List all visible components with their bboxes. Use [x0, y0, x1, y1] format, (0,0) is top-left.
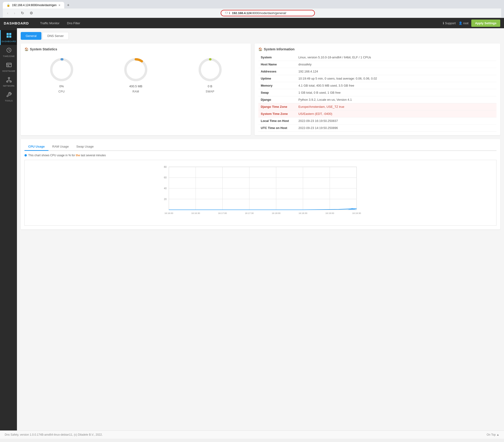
table-row: DjangoPython 3.9.2, Locale en-us, Versio… — [258, 96, 496, 103]
active-tab[interactable]: 🔒 192.168.4.124:8000/node/dash/gen × — [3, 2, 64, 8]
sidebar-item-network[interactable]: NETWORK — [0, 74, 17, 90]
brand-logo: DASHBOARD — [4, 21, 29, 25]
usage-tab-cpu[interactable]: CPU Usage — [24, 143, 49, 151]
system-information-card: 🏠 System Information SystemLinux, versio… — [254, 44, 500, 135]
sidebar-label-network: NETWORK — [3, 85, 15, 87]
topbar-right: ℹ Support 👤 root Apply Settings — [443, 19, 500, 27]
sidebar-label-tools: TOOLS — [5, 100, 13, 102]
back-button[interactable]: ‹ — [6, 11, 10, 16]
svg-rect-13 — [10, 81, 11, 82]
info-key: UTC Time on Host — [258, 125, 296, 131]
tools-icon — [6, 92, 12, 99]
user-button[interactable]: 👤 root — [459, 21, 468, 25]
hostname-icon — [6, 62, 12, 69]
topbar: DASHBOARD Traffic Monitor Dns Filter ℹ S… — [0, 18, 504, 28]
topbar-nav-traffic[interactable]: Traffic Monitor — [36, 18, 63, 28]
new-tab-button[interactable]: + — [65, 3, 72, 8]
ram-donut-svg — [123, 57, 149, 83]
network-icon — [6, 77, 12, 84]
table-row: Django Time ZoneEurope/Amsterdam, USE_TZ… — [258, 103, 496, 110]
usage-tab-ram[interactable]: RAM Usage — [49, 143, 72, 151]
info-key: System Time Zone — [258, 110, 296, 117]
arrow-up-icon: ▲ — [496, 433, 499, 436]
svg-rect-7 — [7, 63, 11, 67]
table-row: Swap1 GB total, 0 B used, 1 GB free — [258, 89, 496, 96]
usage-tab-swap[interactable]: Swap Usage — [72, 143, 97, 151]
info-key: Django Time Zone — [258, 103, 296, 110]
sidebar-item-dashboard[interactable]: DASHBOARD — [0, 30, 17, 45]
ram-label: RAM — [132, 90, 139, 93]
sidebar-item-tools[interactable]: TOOLS — [0, 90, 17, 104]
svg-text:16:19:00: 16:19:00 — [325, 212, 334, 214]
svg-text:20: 20 — [164, 198, 167, 201]
sidebar-label-timezone: TIMEZONE — [3, 55, 15, 57]
sidebar: DASHBOARD TIMEZONE HOSTNAME NETWORK — [0, 28, 17, 430]
info-card-title: 🏠 System Information — [258, 47, 496, 51]
info-value: 4.1 GB total, 400.5 MB used, 3.5 GB free — [296, 82, 496, 89]
info-key: Django — [258, 96, 296, 103]
table-row: System Time ZoneUS/Eastern (EDT, -0400) — [258, 110, 496, 117]
sidebar-label-hostname: HOSTNAME — [2, 70, 15, 72]
topbar-nav-dns[interactable]: Dns Filter — [63, 18, 84, 28]
info-value: 1 GB total, 0 B used, 1 GB free — [296, 89, 496, 96]
svg-text:16:17:00: 16:17:00 — [218, 212, 227, 214]
support-button[interactable]: ℹ Support — [443, 21, 456, 25]
house-icon-2: 🏠 — [258, 47, 262, 51]
svg-line-16 — [9, 80, 11, 81]
svg-text:60: 60 — [164, 176, 167, 179]
tab-bar: 🔒 192.168.4.124:8000/node/dash/gen × + — [3, 2, 501, 8]
tab-close-button[interactable]: × — [59, 3, 60, 7]
dashboard-icon — [6, 33, 12, 39]
chart-dot — [24, 154, 27, 157]
system-info-table: SystemLinux, version 5.10.0-18-amd64 / 6… — [258, 54, 496, 131]
info-value: 2022-09-23 16:19:50.250837 — [296, 117, 496, 125]
svg-rect-3 — [9, 36, 11, 38]
info-value: 192.168.4.124 — [296, 68, 496, 75]
svg-text:16:16:00: 16:16:00 — [164, 212, 173, 214]
topbar-nav: Traffic Monitor Dns Filter — [36, 18, 84, 28]
info-value: Europe/Amsterdam, USE_TZ true — [296, 103, 496, 110]
swap-donut-svg — [197, 57, 223, 83]
svg-text:16:17:30: 16:17:30 — [245, 212, 254, 214]
cards-row: 🏠 System Statistics 0% CPU — [21, 44, 500, 135]
svg-rect-1 — [9, 33, 11, 35]
usage-tabs: CPU Usage RAM Usage Swap Usage — [24, 143, 496, 151]
house-icon: 🏠 — [24, 47, 28, 51]
tab-dns-server[interactable]: DNS Server — [42, 32, 69, 40]
browser-chrome: 🔒 192.168.4.124:8000/node/dash/gen × + ‹… — [0, 0, 504, 18]
address-bar[interactable]: 🛡 ℹ 192.168.4.124:8000/node/dash/general… — [221, 10, 315, 16]
tab-general[interactable]: General — [21, 32, 41, 40]
table-row: SystemLinux, version 5.10.0-18-amd64 / 6… — [258, 54, 496, 61]
table-row: Memory4.1 GB total, 400.5 MB used, 3.5 G… — [258, 82, 496, 89]
table-row: Addresses192.168.4.124 — [258, 68, 496, 75]
cpu-gauge: 0% CPU — [49, 57, 74, 93]
tab-favicon: 🔒 — [7, 3, 10, 7]
url-display: 192.168.4.124:8000/node/dash/general/ — [232, 11, 286, 15]
footer-text: Dns Safety, version 1.0.0.174B-amd64-lin… — [5, 433, 103, 436]
info-value: Python 3.9.2, Locale en-us, Version 4.1 — [296, 96, 496, 103]
info-key: Local Time on Host — [258, 117, 296, 125]
info-value: Linux, version 5.10.0-18-amd64 / 64bit, … — [296, 54, 496, 61]
svg-text:40: 40 — [164, 187, 167, 190]
timezone-icon — [6, 47, 12, 54]
svg-point-21 — [200, 59, 220, 80]
apply-settings-button[interactable]: Apply Settings — [471, 19, 500, 27]
extensions-button[interactable]: ⚙ — [28, 10, 34, 16]
reload-button[interactable]: ↻ — [19, 10, 25, 16]
sidebar-item-hostname[interactable]: HOSTNAME — [0, 60, 17, 74]
info-key: Memory — [258, 82, 296, 89]
footer: Dns Safety, version 1.0.0.174B-amd64-lin… — [0, 430, 504, 439]
info-key: System — [258, 54, 296, 61]
cpu-value: 0% — [59, 85, 64, 88]
sidebar-item-timezone[interactable]: TIMEZONE — [0, 45, 17, 60]
cpu-donut-svg — [49, 57, 74, 83]
swap-value: 0 B — [208, 85, 213, 88]
ram-gauge: 400.5 MB RAM — [123, 57, 149, 93]
table-row: Local Time on Host2022-09-23 16:19:50.25… — [258, 117, 496, 125]
svg-text:16:16:30: 16:16:30 — [191, 212, 200, 214]
chart-area: 80 60 40 20 — [24, 160, 496, 226]
address-bar-wrap: 🛡 ℹ 192.168.4.124:8000/node/dash/general… — [37, 10, 498, 16]
shield-icon: 🛡 — [225, 11, 228, 15]
on-top-link[interactable]: On Top ▲ — [486, 433, 499, 436]
forward-button[interactable]: › — [13, 11, 17, 16]
